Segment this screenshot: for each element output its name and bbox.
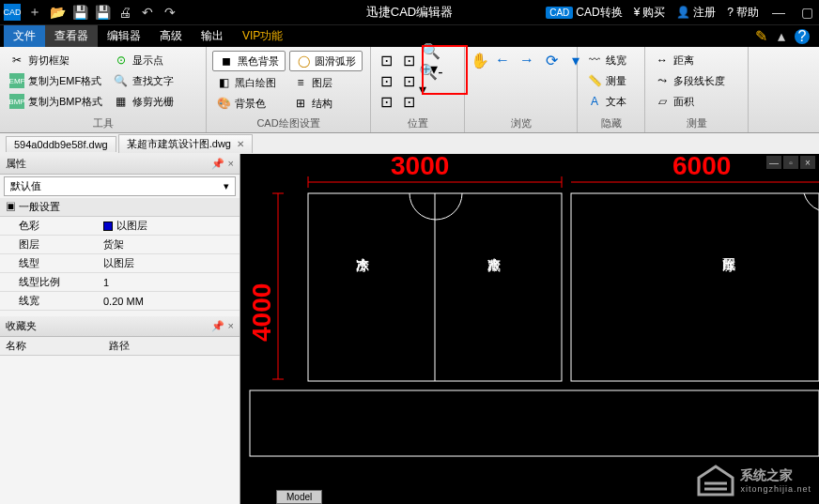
measure-hide-button[interactable]: 📏测量	[583, 71, 630, 90]
cad-drawing: 3000 6000 4000 水产冷冻 水产冷藏 日配冷冻	[240, 154, 819, 492]
nav-left-button[interactable]: ←	[493, 51, 512, 69]
distance-button[interactable]: ↔距离	[651, 51, 729, 69]
group-browse-label: 浏览	[471, 115, 571, 130]
pin-icon[interactable]: 📌	[211, 320, 224, 332]
zoom-out-button[interactable]: 🔍-▾	[422, 71, 440, 90]
default-value-dropdown[interactable]: 默认值 ▾	[4, 176, 236, 196]
area-button[interactable]: ▱面积	[651, 92, 729, 111]
polyline-len-button[interactable]: ⤳多段线长度	[651, 71, 729, 90]
crop-icon: ✂	[9, 53, 24, 68]
file-tab-1[interactable]: 594a0ddb9e58f.dwg	[6, 136, 116, 152]
text-hide-button[interactable]: A文本	[583, 92, 630, 111]
structure-button[interactable]: ⊞结构	[289, 94, 363, 113]
nav-right-button[interactable]: →	[518, 51, 536, 69]
smooth-arc-button[interactable]: ◯圆滑弧形	[289, 51, 363, 71]
general-section[interactable]: ▣ 一般设置	[0, 198, 240, 217]
saveall-icon[interactable]: 💾	[94, 4, 111, 21]
group-position-label: 位置	[377, 115, 458, 130]
bw-draw-button[interactable]: ◧黑白绘图	[212, 73, 286, 92]
bgcolor-button[interactable]: 🎨背景色	[212, 94, 286, 113]
help-circle-icon[interactable]: ?	[795, 29, 810, 44]
ribbon: ✂剪切框架 EMF复制为EMF格式 BMP复制为BMP格式 ⊙显示点 🔍查找文字…	[0, 47, 819, 133]
panel-close-icon[interactable]: ×	[228, 158, 234, 170]
tab-vip[interactable]: VIP功能	[233, 25, 292, 47]
points-icon: ⊙	[114, 53, 129, 68]
fav-col-name[interactable]: 名称	[0, 337, 103, 355]
pos-1-button[interactable]: ⊡	[377, 51, 395, 69]
room-2: 水产冷藏	[487, 258, 500, 272]
edit-icon[interactable]: ✎	[753, 29, 768, 44]
pos-3-button[interactable]: ⊡	[377, 92, 395, 111]
maximize-icon[interactable]: ▢	[798, 4, 815, 21]
tab-viewer[interactable]: 查看器	[45, 25, 98, 47]
crop-frame-button[interactable]: ✂剪切框架	[6, 51, 106, 69]
save-icon[interactable]: 💾	[71, 4, 88, 21]
tab-file[interactable]: 文件	[4, 25, 45, 47]
prop-row-layer[interactable]: 图层货架	[0, 236, 240, 254]
bmp-icon: BMP	[9, 94, 24, 109]
pan-button[interactable]: ✋	[471, 51, 489, 69]
pos-4-button[interactable]: ⊡	[399, 51, 418, 69]
nav-refresh-button[interactable]: ⟳	[542, 51, 561, 69]
tab-output[interactable]: 输出	[192, 25, 233, 47]
buy-button[interactable]: ¥购买	[634, 5, 666, 21]
trim-raster-button[interactable]: ▦修剪光栅	[110, 92, 178, 111]
ribbon-tabs: 文件 查看器 编辑器 高级 输出 VIP功能 ✎ ▴ ?	[0, 24, 819, 47]
linewidth-button[interactable]: 〰线宽	[583, 51, 630, 69]
pos-6-button[interactable]: ⊡	[399, 92, 418, 111]
cad-badge-icon: CAD	[546, 7, 573, 19]
tab-advanced[interactable]: 高级	[150, 25, 192, 47]
struct-icon: ⊞	[293, 96, 308, 111]
canvas-max-icon[interactable]: ▫	[783, 156, 798, 169]
prop-row-linetype[interactable]: 线型以图层	[0, 254, 240, 273]
dim-3000: 3000	[391, 154, 449, 180]
arc-icon: ◯	[296, 53, 311, 69]
svg-rect-10	[250, 390, 819, 456]
minimize-icon[interactable]: —	[770, 4, 787, 21]
canvas-close-icon[interactable]: ×	[800, 156, 815, 169]
close-icon[interactable]: ✕	[237, 139, 244, 149]
print-icon[interactable]: 🖨	[116, 4, 133, 21]
tab-editor[interactable]: 编辑器	[98, 25, 150, 47]
prop-row-color[interactable]: 色彩以图层	[0, 217, 240, 236]
app-icon[interactable]: CAD	[4, 4, 21, 21]
cad-convert-button[interactable]: CADCAD转换	[546, 5, 622, 21]
open-icon[interactable]: 📂	[49, 4, 66, 21]
titlebar: CAD ＋ 📂 💾 💾 🖨 ↶ ↷ 迅捷CAD编辑器 CADCAD转换 ¥购买 …	[0, 0, 819, 24]
prop-row-linescale[interactable]: 线型比例1	[0, 273, 240, 292]
panel-close-icon[interactable]: ×	[228, 320, 234, 332]
pos-5-button[interactable]: ⊡	[399, 71, 418, 90]
register-button[interactable]: 👤注册	[676, 5, 716, 21]
favorites-columns: 名称 路径	[0, 337, 240, 356]
emf-icon: EMF	[9, 73, 24, 88]
search-icon: 🔍	[114, 73, 129, 88]
pin-icon[interactable]: 📌	[211, 158, 224, 170]
blackbg-icon: ◼	[219, 53, 234, 69]
drawing-canvas[interactable]: — ▫ × 3000 6000 4000 水产冷冻 水产冷藏 日配冷冻	[240, 154, 819, 504]
model-tab[interactable]: Model	[276, 490, 322, 504]
group-measure-label: 测量	[651, 115, 742, 130]
new-icon[interactable]: ＋	[26, 4, 43, 21]
dim-4000: 4000	[247, 283, 276, 342]
collapse-icon[interactable]: ▴	[774, 29, 789, 44]
file-tab-2[interactable]: 某超市建筑设计图.dwg✕	[118, 134, 253, 153]
help-button[interactable]: ?帮助	[727, 5, 759, 21]
text-icon: A	[587, 94, 602, 109]
find-text-button[interactable]: 🔍查找文字	[110, 71, 178, 90]
bw-icon: ◧	[216, 75, 231, 90]
copy-bmp-button[interactable]: BMP复制为BMP格式	[6, 92, 106, 111]
room-3: 日配冷冻	[721, 258, 734, 272]
properties-panel: 属性 📌× 默认值 ▾ ▣ 一般设置 色彩以图层 图层货架 线型以图层 线型比例…	[0, 154, 240, 504]
area-icon: ▱	[655, 94, 670, 109]
fav-col-path[interactable]: 路径	[103, 337, 207, 355]
layers-button[interactable]: ≡图层	[289, 73, 363, 92]
show-points-button[interactable]: ⊙显示点	[110, 51, 178, 69]
undo-icon[interactable]: ↶	[139, 4, 156, 21]
prop-row-linewidth[interactable]: 线宽0.20 MM	[0, 292, 240, 311]
app-title: 迅捷CAD编辑器	[366, 4, 453, 21]
redo-icon[interactable]: ↷	[162, 4, 178, 21]
black-bg-button[interactable]: ◼黑色背景	[212, 51, 286, 71]
pos-2-button[interactable]: ⊡	[377, 71, 395, 90]
copy-emf-button[interactable]: EMF复制为EMF格式	[6, 71, 106, 90]
canvas-min-icon[interactable]: —	[766, 156, 781, 169]
